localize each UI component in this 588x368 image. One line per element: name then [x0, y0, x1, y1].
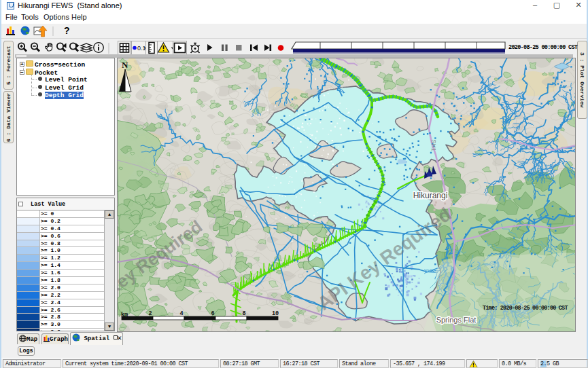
- svg-text:6: 6: [211, 310, 214, 317]
- svg-text:N: N: [122, 60, 128, 70]
- svg-text:Time: 2020-08-25 00:00:00 CST: Time: 2020-08-25 00:00:00 CST: [483, 305, 568, 312]
- svg-text:Hikurangi: Hikurangi: [413, 191, 448, 200]
- svg-text:Springs Flat: Springs Flat: [436, 316, 477, 324]
- svg-text:10: 10: [272, 310, 279, 317]
- svg-text:SH1: SH1: [430, 139, 437, 151]
- svg-text:8: 8: [242, 310, 245, 317]
- svg-text:2: 2: [148, 310, 152, 317]
- svg-text:4: 4: [179, 310, 183, 317]
